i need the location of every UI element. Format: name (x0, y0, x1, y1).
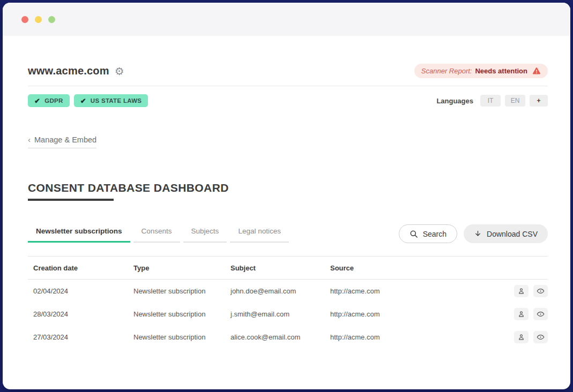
view-record-button[interactable] (533, 331, 548, 343)
checkmark-icon: ✔ (80, 97, 86, 105)
cell-subject: j.smith@email.com (230, 303, 330, 326)
site-header-row: www.acme.com ⚙ Scanner Report: Needs att… (28, 64, 548, 78)
site-title: www.acme.com (28, 65, 109, 77)
cell-source: http://acme.com (330, 280, 505, 303)
subject-details-button[interactable] (514, 308, 529, 320)
cell-actions (505, 326, 548, 349)
compliance-badge-gdpr: ✔ GDPR (28, 94, 70, 107)
search-button[interactable]: Search (399, 224, 457, 243)
eye-icon (537, 287, 545, 295)
window-titlebar (3, 3, 570, 36)
compliance-badge-us-state-laws: ✔ US STATE LAWS (74, 94, 148, 107)
column-header-type: Type (133, 257, 230, 280)
person-icon (518, 288, 525, 295)
eye-icon (537, 333, 545, 341)
view-record-button[interactable] (533, 308, 548, 320)
column-header-subject: Subject (230, 257, 330, 280)
gear-icon[interactable]: ⚙ (115, 66, 124, 77)
cell-creation-date: 27/03/2024 (28, 326, 133, 349)
view-record-button[interactable] (533, 285, 548, 297)
warning-icon (532, 67, 541, 75)
page-content: www.acme.com ⚙ Scanner Report: Needs att… (3, 64, 570, 349)
person-icon (518, 334, 525, 341)
download-csv-label: Download CSV (487, 230, 538, 238)
page-title-underline (28, 199, 114, 201)
subject-details-button[interactable] (514, 331, 529, 343)
tab-legal-notices[interactable]: Legal notices (230, 225, 289, 243)
page-title: CONSENT DATABASE DASHBOARD (28, 182, 548, 194)
cell-subject: alice.cook@email.com (230, 326, 330, 349)
back-link-label: Manage & Embed (34, 135, 96, 144)
table-row: 27/03/2024 Newsletter subscription alice… (28, 326, 548, 349)
languages-label: Languages (436, 97, 473, 105)
column-header-creation-date: Creation date (28, 257, 133, 280)
download-arrow-icon (474, 230, 482, 238)
scanner-report-badge[interactable]: Scanner Report: Needs attention (414, 64, 548, 78)
languages-group: Languages IT EN + (436, 95, 548, 107)
cell-type: Newsletter subscription (133, 303, 230, 326)
window-close-button[interactable] (21, 16, 28, 23)
column-header-actions (505, 257, 548, 280)
cell-creation-date: 02/04/2024 (28, 280, 133, 303)
chevron-left-icon: ‹ (28, 135, 31, 144)
table-row: 02/04/2024 Newsletter subscription john.… (28, 280, 548, 303)
badge-label: US STATE LAWS (91, 97, 142, 104)
tab-bar: Newsletter subscriptions Consents Subjec… (28, 225, 289, 243)
subject-details-button[interactable] (514, 285, 529, 297)
download-csv-button[interactable]: Download CSV (464, 224, 548, 243)
tab-newsletter-subscriptions[interactable]: Newsletter subscriptions (28, 225, 130, 243)
checkmark-icon: ✔ (34, 97, 40, 105)
eye-icon (537, 310, 545, 318)
search-button-label: Search (423, 230, 447, 238)
language-add-button[interactable]: + (530, 95, 548, 107)
scanner-report-label: Scanner Report: (421, 67, 472, 75)
person-icon (518, 311, 525, 318)
window-zoom-button[interactable] (48, 16, 55, 23)
table-actions: Search Download CSV (399, 224, 548, 243)
cell-type: Newsletter subscription (133, 280, 230, 303)
window-minimize-button[interactable] (35, 16, 42, 23)
column-header-source: Source (330, 257, 505, 280)
cell-type: Newsletter subscription (133, 326, 230, 349)
toolbar-row: Newsletter subscriptions Consents Subjec… (28, 224, 548, 243)
header-divider (28, 86, 548, 86)
cell-subject: john.doe@email.com (230, 280, 330, 303)
table-row: 28/03/2024 Newsletter subscription j.smi… (28, 303, 548, 326)
cell-creation-date: 28/03/2024 (28, 303, 133, 326)
cell-source: http://acme.com (330, 326, 505, 349)
language-button-en[interactable]: EN (505, 95, 525, 107)
tab-subjects[interactable]: Subjects (183, 225, 227, 243)
compliance-row: ✔ GDPR ✔ US STATE LAWS Languages IT EN + (28, 94, 548, 107)
table-header-row: Creation date Type Subject Source (28, 257, 548, 280)
badge-label: GDPR (44, 97, 63, 104)
cell-actions (505, 280, 548, 303)
browser-window: www.acme.com ⚙ Scanner Report: Needs att… (3, 3, 570, 389)
back-link-manage-embed[interactable]: ‹ Manage & Embed (28, 135, 96, 148)
scanner-report-status: Needs attention (475, 67, 527, 75)
search-icon (410, 230, 418, 238)
cell-source: http://acme.com (330, 303, 505, 326)
consent-table: Creation date Type Subject Source 02/04/… (28, 256, 548, 349)
cell-actions (505, 303, 548, 326)
language-button-it[interactable]: IT (480, 95, 501, 107)
tab-consents[interactable]: Consents (133, 225, 180, 243)
